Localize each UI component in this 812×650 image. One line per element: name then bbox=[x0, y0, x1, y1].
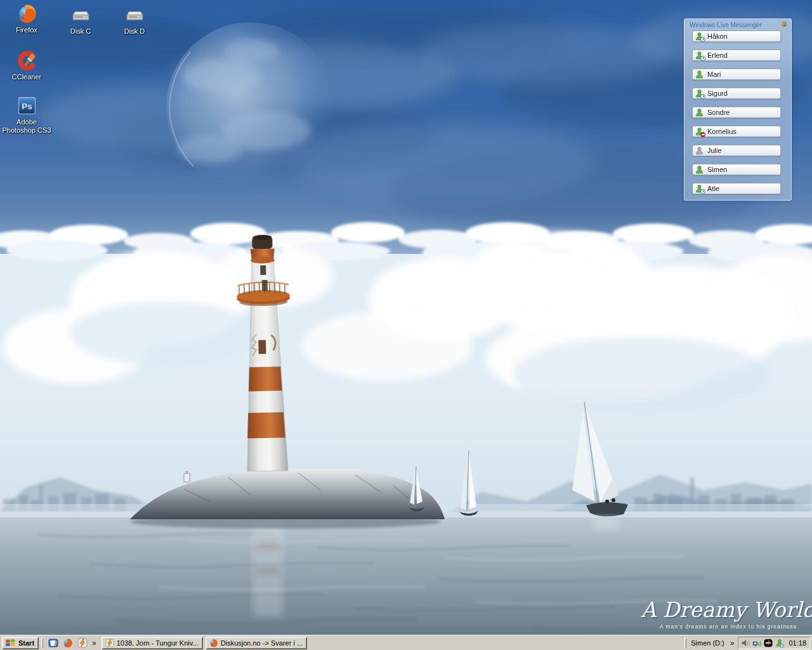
messenger-status-icon[interactable] bbox=[775, 639, 784, 647]
tray-toolbar-chevron[interactable]: » bbox=[729, 637, 736, 649]
contact-name: Kornelius bbox=[707, 128, 737, 135]
start-button[interactable]: Start bbox=[2, 637, 39, 649]
contact-row-kornelius[interactable]: Kornelius bbox=[692, 126, 781, 137]
quick-launch-bar: » bbox=[46, 637, 99, 649]
wallpaper-title: A Dreamy World bbox=[640, 597, 812, 622]
contact-name: Julie bbox=[707, 147, 722, 154]
desktop-icon-firefox[interactable]: Firefox bbox=[1, 3, 52, 34]
windows-flag-icon bbox=[5, 638, 16, 648]
buddy-status-icon bbox=[695, 51, 704, 60]
buddy-status-icon bbox=[695, 108, 704, 117]
desktop-icon-label: Disk C bbox=[70, 27, 91, 36]
volume-icon[interactable] bbox=[741, 639, 750, 647]
taskbar: Start bbox=[0, 635, 812, 650]
contact-name: Simen bbox=[707, 166, 727, 173]
contact-name: Erlend bbox=[707, 51, 728, 59]
desktop-icon-label: CCleaner bbox=[12, 73, 41, 81]
contact-row-julie[interactable]: Julie bbox=[692, 145, 781, 156]
messenger-gadget: Windows Live Messenger Håkon Erlend bbox=[684, 18, 792, 201]
messenger-logo-icon[interactable] bbox=[782, 22, 787, 27]
desktop-icon-ccleaner[interactable]: CCleaner bbox=[1, 50, 52, 81]
taskbar-clock[interactable]: 01:18 bbox=[787, 639, 806, 647]
winamp-agent-icon[interactable] bbox=[764, 639, 773, 647]
firefox-quicklaunch-icon[interactable] bbox=[62, 637, 74, 649]
contact-name: Mari bbox=[707, 70, 721, 78]
buddy-status-icon bbox=[695, 89, 704, 98]
contact-row-hakon[interactable]: Håkon bbox=[692, 30, 781, 42]
away-clock-badge bbox=[700, 56, 705, 61]
system-tray: 01:18 bbox=[738, 637, 810, 649]
contact-row-erlend[interactable]: Erlend bbox=[692, 50, 781, 61]
show-desktop-icon[interactable] bbox=[47, 637, 60, 649]
away-clock-badge bbox=[700, 189, 705, 194]
contact-row-mari[interactable]: Mari bbox=[692, 69, 781, 80]
hard-drive-icon bbox=[124, 4, 145, 25]
start-button-label: Start bbox=[18, 639, 34, 647]
task-button-label: 1038. Jorn - Tungur Kniv... bbox=[117, 639, 199, 647]
hard-drive-icon bbox=[70, 4, 91, 25]
task-button-label: Diskusjon.no -> Svarer i ... bbox=[221, 639, 303, 647]
firefox-icon bbox=[209, 639, 218, 647]
ccleaner-icon bbox=[16, 50, 37, 71]
quicklaunch-overflow-chevron[interactable]: » bbox=[91, 637, 98, 649]
taskbar-task-winamp[interactable]: 1038. Jorn - Tungur Kniv... bbox=[102, 637, 203, 649]
contact-name: Håkon bbox=[707, 32, 728, 40]
desktop-icon-disk-c[interactable]: Disk C bbox=[55, 4, 106, 36]
contact-name: Sondre bbox=[707, 109, 730, 116]
away-clock-badge bbox=[700, 94, 705, 99]
buddy-status-icon bbox=[695, 70, 704, 79]
contact-name: Atle bbox=[707, 185, 719, 192]
wallpaper-subtitle: A man's dreams are an index to his great… bbox=[660, 623, 797, 630]
buddy-status-icon bbox=[695, 127, 704, 136]
buddy-status-icon bbox=[695, 184, 704, 194]
desktop-icon-label: Firefox bbox=[16, 26, 37, 34]
busy-badge bbox=[700, 132, 705, 137]
buddy-status-icon bbox=[695, 32, 704, 41]
contact-row-simen[interactable]: Simen bbox=[692, 164, 781, 175]
toolbar-grip[interactable] bbox=[41, 638, 43, 648]
desktop-icon-photoshop[interactable]: Ps Adobe Photoshop CS3 bbox=[1, 95, 52, 135]
contact-name: Sigurd bbox=[707, 90, 728, 97]
desktop-icon-label: Adobe Photoshop CS3 bbox=[1, 118, 52, 135]
taskbar-task-firefox[interactable]: Diskusjon.no -> Svarer i ... bbox=[206, 637, 307, 649]
contact-row-atle[interactable]: Atle bbox=[692, 183, 781, 194]
toolbar-grip[interactable] bbox=[684, 638, 686, 648]
winamp-icon bbox=[105, 639, 114, 647]
buddy-status-icon bbox=[695, 146, 704, 156]
winamp-quicklaunch-icon[interactable] bbox=[76, 637, 89, 649]
taskbar-drive-toolbar[interactable]: Simen (D:) bbox=[689, 639, 726, 647]
messenger-gadget-title: Windows Live Messenger bbox=[684, 19, 791, 30]
svg-text:Ps: Ps bbox=[22, 102, 32, 111]
firefox-icon bbox=[16, 3, 37, 24]
planet bbox=[166, 22, 335, 191]
desktop-icon-label: Disk D bbox=[124, 27, 145, 36]
screen: A Dreamy World A Dreamy World A man's dr… bbox=[0, 0, 812, 650]
buddy-status-icon bbox=[695, 165, 704, 175]
contact-row-sigurd[interactable]: Sigurd bbox=[692, 88, 781, 99]
photoshop-icon: Ps bbox=[16, 95, 37, 116]
network-icon[interactable] bbox=[752, 639, 761, 647]
contact-row-sondre[interactable]: Sondre bbox=[692, 107, 781, 118]
away-clock-badge bbox=[700, 37, 705, 42]
desktop-icon-disk-d[interactable]: Disk D bbox=[109, 4, 160, 36]
desktop: A Dreamy World A Dreamy World A man's dr… bbox=[0, 0, 812, 635]
